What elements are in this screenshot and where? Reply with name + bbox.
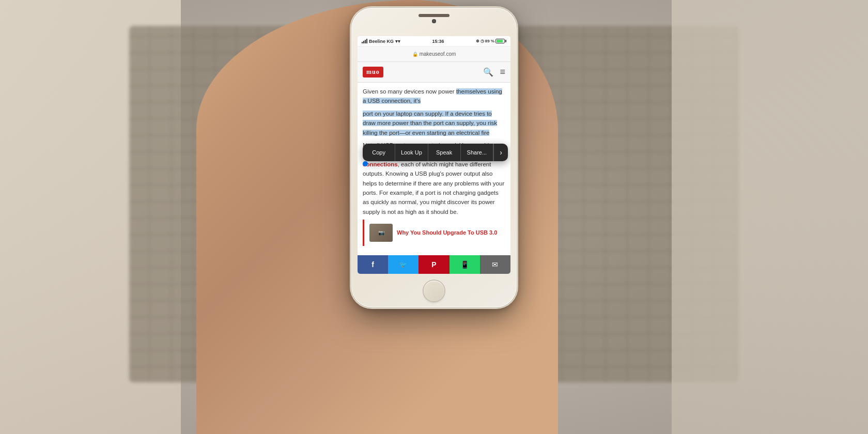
related-article-title: Why You Should Upgrade To USB 3.0 [397, 229, 497, 236]
twitter-icon: 🐦 [399, 261, 407, 268]
selection-handle-start [363, 161, 368, 166]
home-button[interactable] [424, 281, 444, 301]
share-twitter-button[interactable]: 🐦 [388, 255, 419, 274]
share-bar: f 🐦 P 📱 ✉ [358, 255, 510, 274]
share-facebook-button[interactable]: f [358, 255, 388, 274]
battery-tip [505, 40, 506, 42]
search-icon[interactable]: 🔍 [483, 67, 493, 77]
battery-fill [497, 40, 503, 42]
bg-right [672, 0, 868, 434]
context-speak-button[interactable]: Speak [428, 144, 461, 161]
front-camera [432, 19, 436, 23]
email-icon: ✉ [492, 260, 498, 269]
iphone-frame: Beeline KG ▾▾ 15:36 ⊕ ◷ 89 % [351, 8, 517, 307]
status-bar: Beeline KG ▾▾ 15:36 ⊕ ◷ 89 % [358, 36, 510, 47]
signal-bar-3 [365, 40, 366, 43]
facebook-icon: f [371, 260, 374, 269]
status-time: 15:36 [432, 39, 444, 44]
related-thumb: 📷 [369, 224, 393, 242]
alarm-icon: ◷ [481, 39, 484, 43]
url-text: makeuseof.com [420, 51, 456, 57]
article-para-intro: Given so many devices now power themselv… [363, 87, 505, 106]
context-lookup-button[interactable]: Look Up [395, 144, 428, 161]
location-icon: ⊕ [476, 39, 479, 43]
context-arrow [374, 161, 382, 161]
context-menu: Copy Look Up Speak Share... › [363, 144, 508, 161]
signal-bar-2 [363, 41, 364, 43]
signal-bar-4 [366, 39, 367, 43]
iphone: Beeline KG ▾▾ 15:36 ⊕ ◷ 89 % [351, 8, 517, 307]
menu-icon[interactable]: ≡ [500, 67, 505, 78]
battery-percent: 89 % [485, 39, 494, 43]
signal-bar-1 [362, 42, 363, 43]
nav-icons: 🔍 ≡ [483, 67, 505, 78]
share-email-button[interactable]: ✉ [480, 255, 510, 274]
status-right: ⊕ ◷ 89 % [476, 39, 506, 43]
wifi-icon: ▾▾ [395, 39, 400, 44]
selected-body-text: port on your laptop can supply. If a dev… [363, 111, 497, 136]
whatsapp-icon: 📱 [460, 260, 469, 269]
browser-navbar: muo 🔍 ≡ [358, 62, 510, 83]
text-above-selection: Given so many devices now power [363, 88, 456, 95]
para2-cont: , each of which might have different out… [363, 161, 504, 215]
related-article[interactable]: 📷 Why You Should Upgrade To USB 3.0 [363, 220, 505, 246]
article-content: Given so many devices now power themselv… [358, 83, 510, 255]
status-left: Beeline KG ▾▾ [362, 39, 400, 44]
context-share-button[interactable]: Share... [461, 144, 493, 161]
article-para-selected: port on your laptop can supply. If a dev… [363, 109, 505, 137]
iphone-screen: Beeline KG ▾▾ 15:36 ⊕ ◷ 89 % [358, 36, 510, 274]
context-copy-button[interactable]: Copy [363, 144, 395, 161]
battery-indicator [495, 39, 506, 43]
url-bar[interactable]: 🔒 makeuseof.com [358, 47, 510, 62]
speaker-grill [419, 14, 450, 17]
signal-bars [362, 39, 367, 43]
share-pinterest-button[interactable]: P [419, 255, 449, 274]
context-more-button[interactable]: › [493, 144, 508, 161]
carrier-label: Beeline KG [369, 39, 394, 44]
muo-logo[interactable]: muo [363, 67, 383, 78]
lock-icon: 🔒 [412, 52, 418, 57]
share-whatsapp-button[interactable]: 📱 [450, 255, 480, 274]
pinterest-icon: P [431, 260, 436, 269]
